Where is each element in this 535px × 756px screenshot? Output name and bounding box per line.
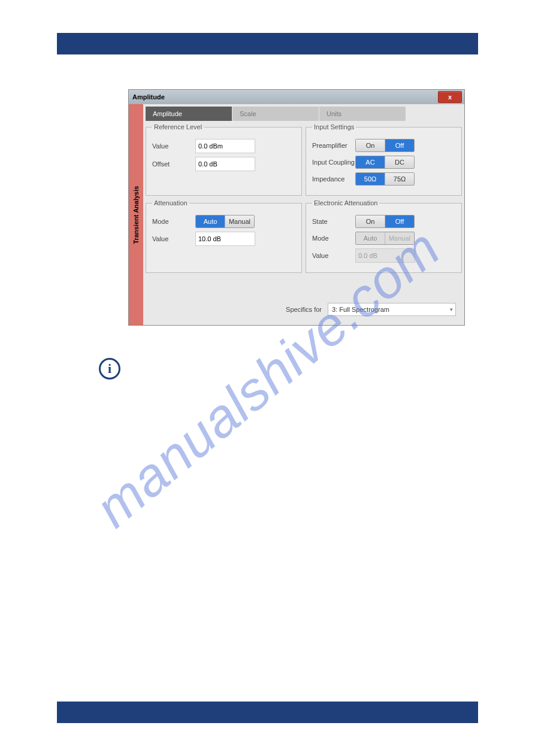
reference-level-group: Reference Level Value Offset (146, 123, 302, 196)
electronic-attenuation-group: Electronic Attenuation State On Off Mode (306, 199, 462, 273)
impedance-toggle[interactable]: 50Ω 75Ω (355, 172, 415, 186)
side-label-text: Transient Analysis (132, 186, 140, 244)
eatt-state-off[interactable]: Off (385, 215, 414, 227)
specifics-for-select[interactable]: 3: Full Spectrogram (328, 303, 456, 316)
coupling-dc[interactable]: DC (385, 156, 414, 168)
attenuation-legend: Attenuation (152, 199, 189, 207)
att-value-label: Value (152, 235, 195, 242)
input-settings-group: Input Settings Preamplifier On Off Input… (306, 123, 462, 196)
att-mode-auto[interactable]: Auto (196, 215, 225, 227)
impedance-75[interactable]: 75Ω (385, 173, 414, 185)
tab-bar: Amplitude Scale Units (146, 107, 462, 121)
att-mode-label: Mode (152, 218, 195, 225)
eatt-value-field (355, 248, 415, 263)
page-footer-bar (57, 702, 478, 723)
coupling-toggle[interactable]: AC DC (355, 156, 415, 169)
input-settings-legend: Input Settings (312, 123, 356, 130)
dialog-footer: Specifics for 3: Full Spectrogram (146, 273, 462, 319)
info-icon: i (99, 358, 120, 379)
impedance-50[interactable]: 50Ω (356, 173, 385, 185)
window-title: Amplitude (132, 93, 165, 101)
titlebar: Amplitude x (129, 90, 464, 104)
ref-offset-label: Offset (152, 160, 195, 168)
eatt-state-label: State (312, 218, 355, 225)
att-value-field[interactable] (195, 232, 255, 246)
coupling-label: Input Coupling (312, 159, 355, 166)
att-mode-manual[interactable]: Manual (225, 215, 254, 227)
close-button[interactable]: x (438, 91, 462, 103)
eatt-state-on[interactable]: On (356, 215, 385, 227)
reference-level-legend: Reference Level (152, 123, 204, 130)
eatt-mode-auto: Auto (356, 232, 385, 244)
ref-value-label: Value (152, 142, 195, 150)
amplitude-dialog: Amplitude x Transient Analysis Amplitude… (129, 90, 464, 325)
side-label-strip: Transient Analysis (129, 104, 143, 325)
eatt-state-toggle[interactable]: On Off (355, 215, 415, 228)
impedance-label: Impedance (312, 175, 355, 183)
specifics-for-label: Specifics for (286, 306, 322, 313)
specifics-for-value: 3: Full Spectrogram (332, 306, 389, 313)
eatt-legend: Electronic Attenuation (312, 199, 379, 207)
page-header-bar (57, 33, 478, 54)
preamp-label: Preamplifier (312, 142, 355, 149)
coupling-ac[interactable]: AC (356, 156, 385, 168)
eatt-value-label: Value (312, 252, 355, 259)
preamp-off[interactable]: Off (385, 139, 414, 151)
ref-offset-field[interactable] (195, 157, 255, 171)
tab-units[interactable]: Units (319, 107, 406, 121)
tab-amplitude[interactable]: Amplitude (146, 107, 232, 121)
preamp-on[interactable]: On (356, 139, 385, 151)
preamp-toggle[interactable]: On Off (355, 139, 415, 152)
eatt-mode-toggle: Auto Manual (355, 232, 415, 245)
ref-value-field[interactable] (195, 139, 255, 153)
attenuation-group: Attenuation Mode Auto Manual Value (146, 199, 302, 273)
att-mode-toggle[interactable]: Auto Manual (195, 215, 255, 228)
eatt-mode-manual: Manual (385, 232, 414, 244)
tab-scale[interactable]: Scale (232, 107, 319, 121)
eatt-mode-label: Mode (312, 235, 355, 242)
